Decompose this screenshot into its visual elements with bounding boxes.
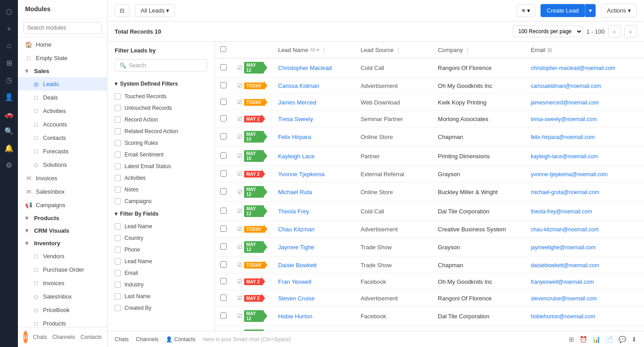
row-checkbox[interactable] xyxy=(220,170,227,177)
next-page-button[interactable]: › xyxy=(624,25,637,38)
filter-activities-checkbox[interactable] xyxy=(115,175,121,181)
filter-related-record-action[interactable]: Related Record Action xyxy=(107,126,215,137)
contacts-icon[interactable]: 👤 xyxy=(1,89,17,105)
sidebar-item-accounts[interactable]: □ Accounts xyxy=(18,117,107,131)
row-checkbox[interactable] xyxy=(220,312,227,319)
sidebar-item-pricebook[interactable]: ◇ PriceBook xyxy=(18,303,107,317)
email-link[interactable]: stevencruise@noemail.com xyxy=(531,295,597,302)
filter-created-by-checkbox[interactable] xyxy=(115,305,121,311)
lead-name-link[interactable]: Michael Ruta xyxy=(278,189,312,195)
sidebar-group-inventory[interactable]: ▼ Inventory xyxy=(18,237,107,249)
email-link[interactable]: kayleigh-lace@noemail.com xyxy=(531,153,598,160)
clock-bottom-icon[interactable]: ⏰ xyxy=(580,336,587,343)
search-modules-input[interactable] xyxy=(23,22,102,34)
lead-name-link[interactable]: James Merced xyxy=(278,99,316,106)
sidebar-item-campaigns[interactable]: 📢 Campaigns xyxy=(18,198,107,212)
select-all-checkbox[interactable] xyxy=(220,46,226,52)
filter-email-sentiment-checkbox[interactable] xyxy=(115,152,121,158)
filter-industry-checkbox[interactable] xyxy=(115,282,121,288)
lead-name-link[interactable]: Christopher Maclead xyxy=(278,65,332,71)
sidebar-item-salesinbox2[interactable]: ◇ SalesInbox xyxy=(18,290,107,303)
email-link[interactable]: jamesmerced@noemail.com xyxy=(531,100,599,106)
lead-name-link[interactable]: Theola Frey xyxy=(278,208,309,215)
footer-chats[interactable]: Chats xyxy=(33,334,47,340)
row-checkbox[interactable] xyxy=(220,188,227,195)
lead-name-link[interactable]: Tresa Sweely xyxy=(278,116,313,122)
filter-field-country[interactable]: Country xyxy=(107,232,215,244)
filter-field-lead-name2[interactable]: Lead Name xyxy=(107,256,215,267)
filter-record-action[interactable]: Record Action xyxy=(107,114,215,126)
filter-lead-name-checkbox[interactable] xyxy=(115,223,121,230)
bell-icon[interactable]: 🔔 xyxy=(1,140,17,156)
lead-name-link[interactable]: Fran Yeowell xyxy=(278,278,311,285)
row-checkbox[interactable] xyxy=(220,226,227,232)
doc-icon[interactable]: 📄 xyxy=(605,336,613,343)
view-selector[interactable]: All Leads ▾ xyxy=(135,4,175,17)
email-link[interactable]: felix-hirpara@noemail.com xyxy=(531,134,595,140)
filter-lead-name2-checkbox[interactable] xyxy=(115,258,121,265)
footer-channels[interactable]: Channels xyxy=(52,334,75,340)
actions-button[interactable]: Actions ▾ xyxy=(601,4,637,17)
sidebar-item-activities[interactable]: □ Activities xyxy=(18,104,107,117)
filter-phone-checkbox[interactable] xyxy=(115,247,121,253)
sidebar-item-invoices2[interactable]: □ Invoices xyxy=(18,276,107,290)
table-icon[interactable]: ⊞ xyxy=(569,336,574,343)
sidebar-item-salesinbox[interactable]: ✉ SalesInbox xyxy=(18,185,107,198)
sidebar-item-deals[interactable]: □ Deals xyxy=(18,91,107,104)
filter-email-checkbox[interactable] xyxy=(115,270,121,276)
filter-country-checkbox[interactable] xyxy=(115,235,121,241)
filter-field-phone[interactable]: Phone xyxy=(107,244,215,256)
filter-system-defined-header[interactable]: ▾ System Defined Filters xyxy=(107,77,215,91)
footer-contacts[interactable]: Contacts xyxy=(81,334,102,340)
filter-notes-checkbox[interactable] xyxy=(115,187,121,193)
create-lead-dropdown-button[interactable]: ▾ xyxy=(585,4,596,17)
filter-latest-email-status[interactable]: Latest Email Status xyxy=(107,160,215,172)
sidebar-item-invoices[interactable]: ✉ Invoices xyxy=(18,171,107,185)
prev-page-button[interactable]: ‹ xyxy=(608,25,621,38)
lead-name-link[interactable]: Felix Hirpara xyxy=(278,134,311,140)
email-link[interactable]: jaymeetighe@noemail.com xyxy=(531,244,596,251)
chat-icon[interactable]: 💬 xyxy=(618,336,626,343)
filter-latest-email-checkbox[interactable] xyxy=(115,163,121,169)
filter-related-checkbox[interactable] xyxy=(115,128,121,134)
sidebar-item-forecasts[interactable]: □ Forecasts xyxy=(18,144,107,158)
lead-name-menu-icon[interactable]: ⋮ xyxy=(321,47,327,53)
row-checkbox[interactable] xyxy=(220,295,227,301)
row-checkbox[interactable] xyxy=(220,99,227,105)
row-checkbox[interactable] xyxy=(220,261,227,268)
filter-field-created-by[interactable]: Created By xyxy=(107,302,215,314)
filter-activities[interactable]: Activities xyxy=(107,172,215,184)
row-checkbox[interactable] xyxy=(220,243,227,250)
channels-label[interactable]: Channels xyxy=(136,336,159,343)
filter-campaigns-checkbox[interactable] xyxy=(115,198,121,204)
lead-name-filter-icon[interactable]: All ▾ xyxy=(310,47,319,53)
filter-button[interactable]: ⊟ xyxy=(115,4,129,17)
sidebar-group-crm-visuals[interactable]: ▼ CRM Visuals xyxy=(18,224,107,237)
filter-scoring-rules[interactable]: Scoring Rules xyxy=(107,137,215,149)
lead-name-link[interactable]: Steven Cruise xyxy=(278,295,315,302)
view-toggle-button[interactable]: ≡ ▾ xyxy=(517,4,535,17)
filter-field-industry[interactable]: Industry xyxy=(107,279,215,291)
lead-name-link[interactable]: Kayleigh Lace xyxy=(278,153,315,160)
smart-chat-placeholder[interactable]: Here is your Smart chat (Ctrl+Space) xyxy=(202,336,562,343)
company-menu-icon[interactable]: ⋮ xyxy=(465,47,471,53)
filter-email-sentiment[interactable]: Email Sentiment xyxy=(107,149,215,160)
settings-icon[interactable]: ⚙ xyxy=(1,157,17,173)
row-checkbox[interactable] xyxy=(220,115,227,121)
sidebar-item-products2[interactable]: □ Products xyxy=(18,317,107,327)
filter-touched-records[interactable]: Touched Records xyxy=(107,91,215,102)
filter-campaigns[interactable]: Campaigns xyxy=(107,195,215,207)
row-checkbox[interactable] xyxy=(220,82,227,88)
email-link[interactable]: daisiebowkett@noemail.com xyxy=(531,262,599,269)
filter-field-lead-name[interactable]: Lead Name xyxy=(107,221,215,232)
car-icon[interactable]: 🚗 xyxy=(1,106,17,122)
create-lead-button[interactable]: Create Lead xyxy=(541,4,585,17)
filter-field-last-name[interactable]: Last Name xyxy=(107,291,215,302)
sidebar-group-products[interactable]: ▼ Products xyxy=(18,212,107,224)
email-link[interactable]: carissakidman@noemail.com xyxy=(531,83,601,89)
lead-name-link[interactable]: Daisie Bowkett xyxy=(278,262,317,269)
email-link[interactable]: yvonne-tjepkema@noemail.com xyxy=(531,171,608,178)
filter-field-email[interactable]: Email xyxy=(107,267,215,279)
email-link[interactable]: tresa-sweely@noemail.com xyxy=(531,116,597,122)
add-icon[interactable]: ＋ xyxy=(1,21,17,37)
